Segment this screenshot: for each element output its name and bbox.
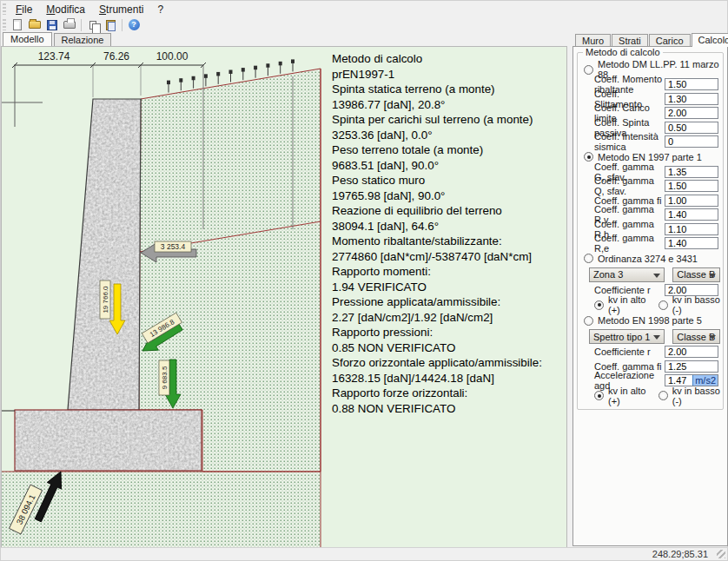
paste-icon (106, 20, 116, 30)
radio-kv-alto[interactable]: kv in alto (+) (594, 297, 659, 313)
document-tabs: Modello Relazione (1, 32, 567, 46)
save-button[interactable] (43, 18, 61, 32)
tab-strati[interactable]: Strati (612, 34, 648, 46)
field-label: Coeff. gamma Q, sfav. (594, 175, 665, 196)
radio-label: kv in alto (+) (608, 294, 659, 315)
panel-tabs: Muro Strati Carico Calcolo (572, 32, 728, 46)
dim-label-1: 123.74 (38, 50, 70, 63)
gamma-rh-input[interactable]: 1.10 (665, 223, 718, 235)
radio-icon-checked (594, 300, 604, 310)
save-floppy-icon (47, 20, 57, 30)
wall-footing (15, 410, 202, 471)
svg-text:3 253.4: 3 253.4 (161, 242, 186, 251)
field-label: Coeff. gamma R,e (594, 233, 665, 254)
toolbar-separator (81, 19, 82, 31)
tab-carico[interactable]: Carico (649, 34, 691, 46)
radio-label: kv in basso (-) (672, 386, 720, 406)
wall-stem (68, 99, 141, 410)
radio-kv-alto-2[interactable]: kv in alto (+) (594, 388, 659, 404)
gamma-q-input[interactable]: 1.50 (665, 180, 718, 192)
radio-icon-checked (584, 152, 593, 162)
tab-muro[interactable]: Muro (575, 34, 611, 46)
tab-calcolo[interactable]: Calcolo (692, 33, 728, 47)
open-folder-icon (29, 21, 41, 29)
new-button[interactable] (9, 18, 26, 32)
gamma-rv-input[interactable]: 1.40 (665, 208, 718, 221)
wall-weight-label: 19 766.0 (100, 280, 110, 319)
status-bar: 248.29;85.31 (1, 547, 727, 560)
svg-text:19 766.0: 19 766.0 (102, 286, 109, 314)
radio-icon (659, 391, 668, 400)
radio-icon (584, 254, 593, 263)
radio-label: Metodo EN 1998 parte 5 (598, 315, 702, 326)
print-button[interactable] (61, 18, 78, 32)
open-button[interactable] (26, 18, 43, 32)
field-gamma-re: Coeff. gamma R,e 1.40 (580, 236, 720, 251)
cursor-coordinates: 248.29;85.31 (652, 549, 708, 559)
radio-kv-basso-2[interactable]: kv in basso (-) (659, 388, 720, 404)
menu-strumenti[interactable]: Strumenti (92, 2, 150, 17)
radio-kv-basso[interactable]: kv in basso (-) (659, 297, 720, 313)
classe-dropdown[interactable]: Classe B (672, 267, 720, 282)
menu-file[interactable]: File (9, 2, 39, 17)
en1998-gamma-fi-input[interactable]: 1.25 (665, 360, 718, 373)
spettro-dropdown[interactable]: Spettro tipo 1 (589, 329, 665, 344)
spinta-passiva-input[interactable]: 0.50 (665, 122, 718, 134)
ord-kv-options: kv in alto (+) kv in basso (-) (580, 297, 720, 313)
resize-grip[interactable] (717, 550, 725, 558)
toolbar-gripper (3, 19, 6, 30)
calcolo-tab-page: Metodo di calcolo Metodo DM LL.PP. 11 ma… (572, 46, 728, 546)
accel-unit-selected: m/s2 (692, 375, 718, 386)
svg-text:9 683.5: 9 683.5 (161, 366, 169, 389)
help-button[interactable]: ? (125, 18, 142, 32)
intensita-sismica-input[interactable]: 0 (665, 135, 718, 148)
en1998-coefficiente-r-input[interactable]: 2.00 (665, 346, 718, 358)
field-label: Coefficiente r (594, 285, 665, 295)
copy-button[interactable] (84, 18, 102, 32)
toolbar-gripper (3, 3, 6, 15)
radio-label: kv in alto (+) (608, 386, 659, 406)
menu-modifica[interactable]: Modifica (39, 2, 92, 17)
radio-label: kv in basso (-) (672, 294, 720, 315)
toolbar: ? (1, 17, 727, 32)
menu-help[interactable]: ? (150, 2, 170, 17)
accel-value: 1.47 (665, 375, 692, 386)
paste-button[interactable] (102, 18, 119, 32)
model-canvas[interactable]: 123.74 76.26 100.00 3 253.4 19 766.0 (1, 46, 567, 548)
slittamento-input[interactable]: 1.30 (665, 93, 718, 105)
gamma-re-input[interactable]: 1.40 (665, 237, 718, 249)
radio-label: Ordinanza 3274 e 3431 (598, 254, 698, 264)
print-icon (63, 21, 76, 29)
copy-icon (89, 21, 96, 30)
field-intensita-sismica: Coeff. Intensità sismica 0 (580, 135, 720, 149)
soil-weight-label: 9 683.5 (159, 360, 169, 395)
gamma-fi-input[interactable]: 1.00 (665, 195, 718, 207)
ordinanza-combos: Zona 3 Classe B (580, 267, 720, 283)
classe-en1998-dropdown[interactable]: Classe B (672, 329, 720, 344)
radio-metodo-en1998[interactable]: Metodo EN 1998 parte 5 (580, 313, 720, 328)
parameters-panel: Muro Strati Carico Calcolo Metodo di cal… (572, 32, 728, 548)
radio-label: Metodo EN 1997 parte 1 (598, 152, 702, 162)
toolbar-separator (122, 19, 122, 31)
tab-relazione[interactable]: Relazione (54, 33, 112, 46)
field-en1998-coefficiente-r: Coefficiente r 2.00 (580, 345, 720, 360)
calculation-results-text: Metodo di calcolo prEN1997-1 Spinta stat… (332, 51, 568, 416)
zona-dropdown[interactable]: Zona 3 (589, 267, 665, 282)
menu-bar: File Modifica Strumenti ? (1, 1, 727, 17)
dim-label-3: 100.00 (156, 50, 189, 63)
metodo-di-calcolo-group: Metodo di calcolo Metodo DM LL.PP. 11 ma… (577, 52, 724, 410)
tab-modello[interactable]: Modello (3, 32, 52, 46)
carico-limite-input[interactable]: 2.00 (665, 107, 718, 119)
field-label: Coeff. Intensità sismica (594, 131, 665, 152)
group-title: Metodo di calcolo (583, 47, 663, 57)
radio-icon (584, 65, 593, 75)
help-icon: ? (129, 19, 140, 30)
radio-icon (584, 316, 593, 326)
load-thrust-label: 3 253.4 (155, 241, 191, 252)
application-window: File Modifica Strumenti ? ? Modello Rela… (0, 0, 728, 561)
radio-ordinanza[interactable]: Ordinanza 3274 e 3431 (580, 251, 720, 267)
momento-ribaltante-input[interactable]: 1.50 (665, 78, 718, 90)
field-label: Coefficiente r (594, 346, 665, 357)
gamma-g-input[interactable]: 1.35 (665, 166, 718, 178)
en1998-combos: Spettro tipo 1 Classe B (580, 328, 720, 345)
